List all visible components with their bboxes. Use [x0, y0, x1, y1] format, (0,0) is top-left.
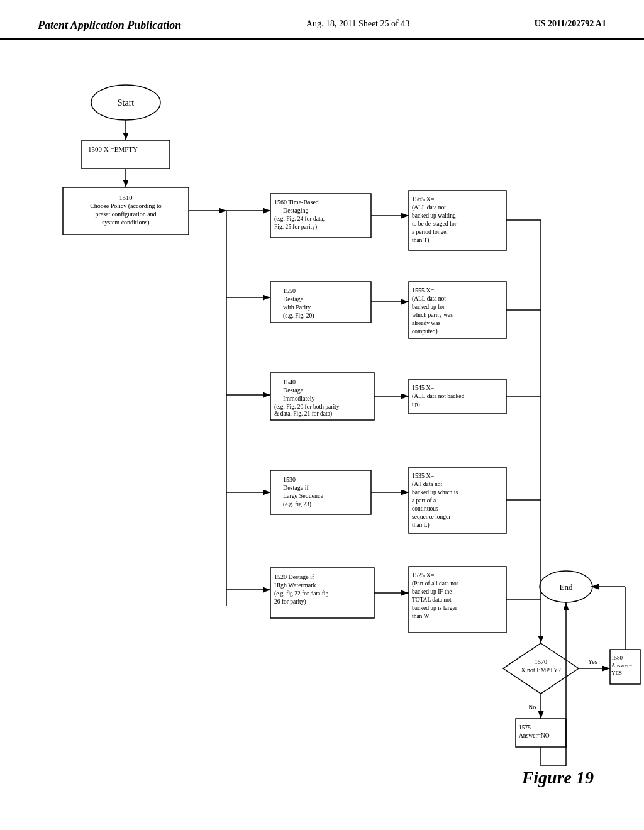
svg-text:1565  X=: 1565 X= — [412, 196, 435, 202]
svg-text:YES: YES — [611, 670, 622, 676]
svg-text:(e.g. Fig. 20 for both parity: (e.g. Fig. 20 for both parity — [274, 404, 340, 411]
svg-text:1570: 1570 — [535, 658, 547, 665]
svg-text:26 for parity): 26 for parity) — [274, 599, 306, 606]
svg-text:1580: 1580 — [611, 655, 623, 661]
svg-text:1550: 1550 — [283, 287, 296, 294]
svg-text:Yes: Yes — [588, 658, 597, 665]
svg-text:1540: 1540 — [283, 379, 296, 385]
svg-text:1500 X =EMPTY: 1500 X =EMPTY — [88, 145, 138, 153]
svg-text:with Parity: with Parity — [283, 304, 311, 311]
svg-text:Choose Policy (according to: Choose Policy (according to — [90, 202, 162, 210]
flowchart-diagram: Start 1500 X =EMPTY 1510 Choose Policy (… — [0, 40, 644, 813]
svg-text:Answer=: Answer= — [611, 662, 632, 668]
header-center: Aug. 18, 2011 Sheet 25 of 43 — [306, 19, 409, 29]
svg-text:backed up IF the: backed up IF the — [412, 589, 452, 595]
svg-text:1545  X=: 1545 X= — [412, 384, 435, 391]
svg-text:(All data not: (All data not — [412, 481, 442, 488]
svg-text:Start: Start — [118, 98, 135, 108]
svg-text:to be de-staged for: to be de-staged for — [412, 221, 457, 227]
svg-text:End: End — [560, 582, 573, 592]
svg-text:than L): than L) — [412, 522, 430, 529]
svg-text:High Watermark: High Watermark — [274, 582, 316, 589]
svg-text:system conditions): system conditions) — [102, 219, 149, 226]
svg-text:Destage if: Destage if — [283, 484, 309, 491]
svg-text:(Part of all data not: (Part of all data not — [412, 580, 458, 587]
svg-text:Destaging: Destaging — [283, 207, 309, 214]
svg-text:1575: 1575 — [519, 724, 531, 731]
svg-text:X not EMPTY?: X not EMPTY? — [521, 667, 561, 673]
svg-text:(e.g. fig 22 for data fig: (e.g. fig 22 for data fig — [274, 590, 329, 597]
svg-text:(ALL data not: (ALL data not — [412, 204, 446, 211]
svg-text:Answer=NO: Answer=NO — [519, 733, 550, 739]
svg-text:(e.g. Fig. 24 for data,: (e.g. Fig. 24 for data, — [274, 216, 325, 223]
svg-text:backed up is larger: backed up is larger — [412, 605, 458, 611]
svg-text:than T): than T) — [412, 237, 430, 244]
svg-text:sequence longer: sequence longer — [412, 514, 451, 520]
svg-text:a part of a: a part of a — [412, 497, 436, 504]
svg-text:(e.g. Fig. 20): (e.g. Fig. 20) — [283, 313, 314, 319]
svg-text:which parity was: which parity was — [412, 312, 453, 318]
svg-text:1535  X=: 1535 X= — [412, 472, 435, 479]
svg-text:backed up which is: backed up which is — [412, 489, 458, 495]
svg-text:continuous: continuous — [412, 506, 438, 512]
svg-text:& data, Fig. 21 for data): & data, Fig. 21 for data) — [274, 411, 332, 418]
page-header: Patent Application Publication Aug. 18, … — [0, 0, 644, 40]
svg-rect-4 — [82, 140, 170, 169]
svg-text:(ALL data not: (ALL data not — [412, 296, 446, 302]
svg-text:computed): computed) — [412, 328, 438, 335]
svg-text:(e.g. fig 23): (e.g. fig 23) — [283, 501, 311, 508]
svg-text:1555  X=: 1555 X= — [412, 287, 435, 294]
svg-text:1560 Time-Based: 1560 Time-Based — [274, 199, 319, 206]
header-left: Patent Application Publication — [38, 19, 181, 32]
svg-text:a period longer: a period longer — [412, 229, 448, 235]
header-right: US 2011/202792 A1 — [535, 19, 606, 29]
svg-text:Fig. 25 for parity): Fig. 25 for parity) — [274, 224, 317, 231]
diagram-area: Start 1500 X =EMPTY 1510 Choose Policy (… — [0, 40, 644, 813]
svg-text:already was: already was — [412, 320, 440, 326]
svg-text:Destage: Destage — [283, 387, 304, 394]
svg-text:1530: 1530 — [283, 476, 296, 483]
svg-text:preset configuration and: preset configuration and — [95, 211, 156, 218]
svg-text:1510: 1510 — [119, 194, 133, 201]
svg-text:backed up for: backed up for — [412, 304, 445, 310]
svg-text:(ALL data not backed: (ALL data not backed — [412, 393, 465, 400]
svg-text:than W: than W — [412, 613, 430, 619]
svg-text:TOTAL data not: TOTAL data not — [412, 597, 452, 603]
svg-text:backed up waiting: backed up waiting — [412, 213, 456, 219]
svg-text:up): up) — [412, 401, 420, 408]
svg-text:No: No — [528, 704, 536, 711]
figure-label: Figure 19 — [522, 768, 594, 788]
svg-text:1520 Destage if: 1520 Destage if — [274, 573, 314, 580]
svg-text:Destage: Destage — [283, 296, 304, 302]
svg-text:Large Sequence: Large Sequence — [283, 492, 324, 499]
svg-text:1525  X=: 1525 X= — [412, 572, 435, 578]
svg-text:Immediately: Immediately — [283, 395, 315, 402]
